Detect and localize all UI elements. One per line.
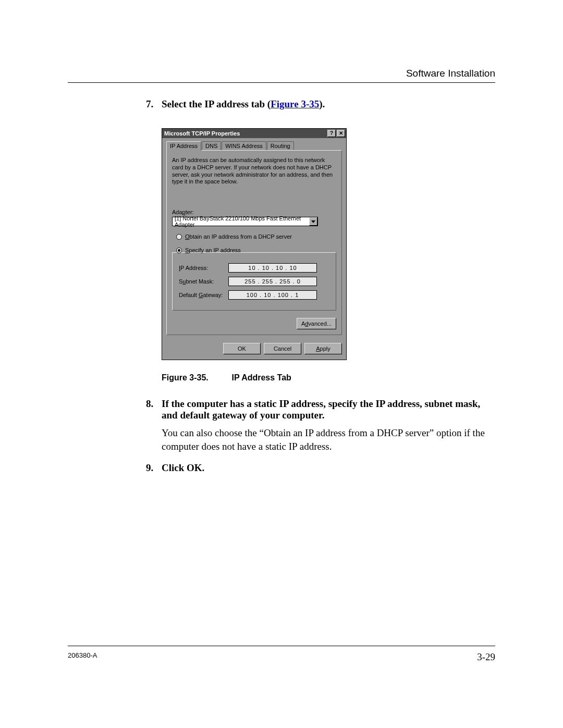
chevron-down-icon[interactable] <box>309 217 317 226</box>
step-number: 8. <box>146 398 162 453</box>
ok-button[interactable]: OK <box>223 343 261 354</box>
tab-ip-address[interactable]: IP Address <box>166 141 201 151</box>
radio-specify-label: Specify an IP address <box>185 247 241 253</box>
step-7: 7. Select the IP address tab (Figure 3-3… <box>146 98 490 110</box>
figure-caption-text: IP Address Tab <box>231 373 291 382</box>
adapter-label: Adapter: <box>172 209 336 215</box>
page-number: 3-29 <box>477 651 495 663</box>
ip-address-label: IP Address: <box>179 265 228 271</box>
step-number: 7. <box>146 98 162 110</box>
section-title: Software Installation <box>68 68 495 79</box>
page-content: Software Installation 7. Select the IP a… <box>68 68 495 483</box>
cancel-button[interactable]: Cancel <box>264 343 301 354</box>
adapter-dropdown[interactable]: [1] Nortel BayStack 2210/100 Mbps Fast E… <box>172 217 318 226</box>
figure-caption: Figure 3-35. IP Address Tab <box>162 373 490 382</box>
dialog-title: Microsoft TCP/IP Properties <box>164 130 240 137</box>
step-8-body: You can also choose the “Obtain an IP ad… <box>162 426 490 453</box>
radio-icon <box>176 248 182 253</box>
dialog-button-row: OK Cancel Apply <box>162 340 346 360</box>
step-7-suffix: ). <box>319 98 325 109</box>
ip-group: IP Address: Subnet Mask: Default Gateway… <box>172 252 336 311</box>
tab-dns[interactable]: DNS <box>202 141 221 151</box>
step-text: If the computer has a static IP address,… <box>162 398 490 453</box>
step-9: 9. Click OK. <box>146 462 490 474</box>
apply-button[interactable]: Apply <box>304 343 342 354</box>
panel-description: An IP address can be automatically assig… <box>172 157 336 186</box>
advanced-row: Advanced... <box>172 318 336 329</box>
tcpip-properties-dialog: Microsoft TCP/IP Properties ? ✕ IP Addre… <box>162 128 347 360</box>
figure-3-35: Microsoft TCP/IP Properties ? ✕ IP Addre… <box>162 128 490 360</box>
main-content: 7. Select the IP address tab (Figure 3-3… <box>146 98 490 474</box>
subnet-mask-row: Subnet Mask: <box>179 277 329 286</box>
dialog-titlebar: Microsoft TCP/IP Properties ? ✕ <box>162 129 346 138</box>
subnet-mask-input[interactable] <box>228 277 317 286</box>
ip-address-input[interactable] <box>228 263 317 273</box>
default-gateway-input[interactable] <box>228 290 317 300</box>
page-footer: 206380-A 3-29 <box>68 646 495 663</box>
subnet-mask-label: Subnet Mask: <box>179 278 228 285</box>
figure-link[interactable]: Figure 3-35 <box>271 98 319 109</box>
step-7-prefix: Select the IP address tab ( <box>162 98 271 109</box>
ip-tab-panel: An IP address can be automatically assig… <box>166 150 342 335</box>
step-8: 8. If the computer has a static IP addre… <box>146 398 490 453</box>
document-id: 206380-A <box>68 651 97 663</box>
default-gateway-row: Default Gateway: <box>179 290 329 300</box>
adapter-value: [1] Nortel BayStack 2210/100 Mbps Fast E… <box>173 215 309 228</box>
step-8-bold: If the computer has a static IP address,… <box>162 398 490 421</box>
default-gateway-label: Default Gateway: <box>179 292 228 298</box>
advanced-button[interactable]: Advanced... <box>297 318 336 329</box>
help-button[interactable]: ? <box>327 130 336 137</box>
radio-obtain-dhcp[interactable]: Obtain an IP address from a DHCP server <box>176 233 336 240</box>
step-9-bold: Click OK. <box>162 462 490 474</box>
tab-wins[interactable]: WINS Address <box>222 141 266 151</box>
radio-obtain-label: Obtain an IP address from a DHCP server <box>185 233 292 240</box>
tab-routing[interactable]: Routing <box>267 141 294 151</box>
step-text: Select the IP address tab (Figure 3-35). <box>162 98 490 110</box>
figure-label: Figure 3-35. <box>162 373 229 382</box>
ip-address-row: IP Address: <box>179 263 329 273</box>
radio-icon <box>176 234 182 240</box>
tab-strip: IP Address DNS WINS Address Routing <box>162 138 346 151</box>
close-button[interactable]: ✕ <box>337 130 345 137</box>
page-header: Software Installation <box>68 68 495 83</box>
step-number: 9. <box>146 462 162 474</box>
